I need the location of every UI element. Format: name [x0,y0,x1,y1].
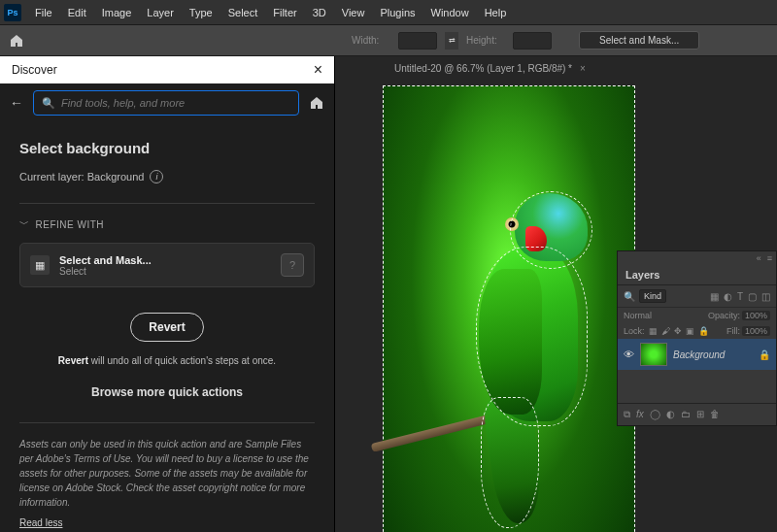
fill-value[interactable]: 100% [742,326,770,336]
menu-select[interactable]: Select [220,7,266,18]
layer-name[interactable]: Background [673,349,725,360]
layer-row[interactable]: 👁 Background 🔒 [618,339,776,370]
discover-header: Discover × [0,56,334,83]
swap-dims-icon[interactable]: ⇄ [445,32,458,50]
new-layer-icon[interactable]: ⊞ [696,409,704,420]
lock-label: Lock: [624,326,645,336]
revert-note: Revert will undo all of quick action's s… [19,355,315,366]
filter-smart-icon[interactable]: ◫ [761,291,770,302]
select-and-mask-item[interactable]: ▦ Select and Mask... Select ? [19,243,315,287]
close-icon[interactable]: × [314,61,322,79]
filter-pixel-icon[interactable]: ▦ [710,291,719,302]
opacity-value[interactable]: 100% [742,311,770,320]
sm-title: Select and Mask... [59,254,271,266]
app-logo: Ps [4,4,21,21]
lock-paint-icon[interactable]: 🖌 [661,326,670,336]
filter-shape-icon[interactable]: ▢ [748,291,757,302]
filter-type-icon[interactable]: T [737,291,743,302]
document-tab[interactable]: Untitled-20 @ 66.7% (Layer 1, RGB/8#) * … [383,56,597,80]
back-icon[interactable]: ← [10,95,23,111]
discover-title: Discover [12,63,57,77]
current-layer-text: Current layer: Background [19,171,144,183]
blend-mode-select[interactable]: Normal [624,311,704,320]
refine-label: REFINE WITH [36,219,105,230]
selection-marquee [481,397,539,528]
menu-file[interactable]: File [27,7,60,18]
opacity-label: Opacity: [708,311,740,320]
menu-type[interactable]: Type [182,7,220,18]
menu-plugins[interactable]: Plugins [372,7,422,18]
fill-label: Fill: [726,326,740,336]
mask-icon: ▦ [30,255,50,275]
discover-panel: Discover × ← 🔍 Select background Current… [0,56,335,532]
visibility-icon[interactable]: 👁 [624,349,634,360]
close-tab-icon[interactable]: × [580,63,586,74]
layers-tab[interactable]: Layers [618,265,776,285]
layer-thumbnail[interactable] [640,343,667,366]
height-input[interactable] [513,32,552,50]
options-bar: Width: ⇄ Height: Select and Mask... [0,25,777,56]
layers-panel: «≡ Layers 🔍 Kind ▦ ◐ T ▢ ◫ Normal Opacit… [617,250,777,426]
search-icon: 🔍 [42,97,55,110]
search-box[interactable]: 🔍 [33,90,299,116]
height-label: Height: [466,35,505,46]
menu-3d[interactable]: 3D [305,7,334,18]
menu-window[interactable]: Window [423,7,477,18]
delete-layer-icon[interactable]: 🗑 [710,409,720,420]
menu-edit[interactable]: Edit [60,7,94,18]
info-icon[interactable]: i [150,170,163,183]
read-less-link[interactable]: Read less [19,517,62,528]
document-title: Untitled-20 @ 66.7% (Layer 1, RGB/8#) * [394,63,572,74]
menu-help[interactable]: Help [477,7,515,18]
revert-button[interactable]: Revert [130,313,203,342]
layer-mask-icon[interactable]: ◯ [650,409,660,420]
filter-adjust-icon[interactable]: ◐ [724,291,732,302]
home-icon[interactable] [309,95,324,111]
menu-layer[interactable]: Layer [139,7,182,18]
lock-icon[interactable]: 🔒 [759,349,770,360]
adjustment-layer-icon[interactable]: ◐ [666,409,675,420]
lock-position-icon[interactable]: ✥ [674,326,682,336]
lock-transparent-icon[interactable]: ▦ [649,326,658,336]
width-input[interactable] [398,32,437,50]
link-layers-icon[interactable]: ⧉ [624,409,630,420]
home-icon[interactable] [8,32,25,50]
chevron-down-icon[interactable]: ﹀ [19,217,30,231]
width-label: Width: [352,35,390,46]
menu-view[interactable]: View [334,7,373,18]
group-icon[interactable]: 🗀 [681,409,691,420]
select-and-mask-button[interactable]: Select and Mask... [579,31,699,50]
lock-all-icon[interactable]: 🔒 [698,326,709,336]
panel-collapse-icon[interactable]: « [757,253,761,263]
assets-note: Assets can only be used in this quick ac… [19,422,315,510]
layer-style-icon[interactable]: fx [636,409,644,420]
canvas[interactable] [383,85,635,532]
panel-menu-icon[interactable]: ≡ [767,253,772,263]
menu-bar: Ps File Edit Image Layer Type Select Fil… [0,0,777,25]
menu-filter[interactable]: Filter [265,7,304,18]
help-icon[interactable]: ? [281,253,304,277]
sm-sub: Select [59,266,271,277]
lock-artboard-icon[interactable]: ▣ [686,326,694,336]
search-input[interactable] [61,97,290,109]
panel-heading: Select background [19,140,315,156]
browse-link[interactable]: Browse more quick actions [19,385,315,399]
filter-kind-select[interactable]: Kind [639,289,666,303]
menu-image[interactable]: Image [94,7,140,18]
filter-search-icon[interactable]: 🔍 [624,291,635,302]
